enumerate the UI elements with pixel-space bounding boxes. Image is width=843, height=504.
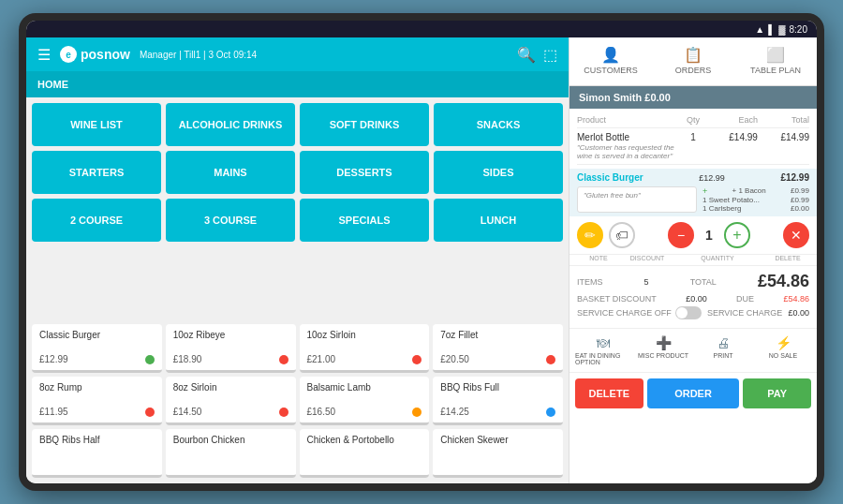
top-bar: ☰ e posnow Manager | Till1 | 3 Oct 09:14…	[26, 37, 569, 71]
eat-in-icon: 🍽	[597, 335, 610, 350]
misc-product-button[interactable]: ➕ MISC PRODUCT	[635, 333, 691, 368]
order-item-merlot[interactable]: Merlot Bottle "Customer has requested th…	[577, 128, 809, 165]
list-item[interactable]: Chicken & Portobello	[300, 429, 430, 478]
order-button[interactable]: ORDER	[647, 378, 740, 408]
no-sale-icon: ⚡	[776, 335, 791, 350]
2course-button[interactable]: 2 COURSE	[32, 199, 161, 242]
tab-bar: 👤 CUSTOMERS 📋 ORDERS ⬜ TABLE PLAN	[569, 37, 817, 86]
list-item[interactable]: 10oz Ribeye £18.90	[166, 324, 296, 373]
list-item[interactable]: BBQ Ribs Half	[32, 429, 162, 478]
status-dot	[412, 408, 422, 417]
starters-button[interactable]: STARTERS	[32, 151, 161, 194]
time-display: 8:20	[790, 24, 807, 35]
extra-item: 1 Carlsberg £0.00	[702, 204, 809, 213]
list-item[interactable]: Chicken Skewer	[433, 429, 563, 478]
status-dot	[279, 408, 288, 417]
right-panel: 👤 CUSTOMERS 📋 ORDERS ⬜ TABLE PLAN	[569, 37, 817, 483]
customer-name: Simon Smith £0.00	[579, 92, 671, 103]
home-nav[interactable]: HOME	[37, 79, 68, 90]
list-item[interactable]: BBQ Ribs Full £14.25	[433, 377, 563, 425]
order-header: Simon Smith £0.00	[569, 86, 817, 109]
totals-section: ITEMS 5 TOTAL £54.86 BASKET DISCOUNT £0.…	[569, 265, 817, 328]
order-table: Product Qty Each Total Merlot Bottle "Cu…	[569, 109, 817, 169]
items-grid: Classic Burger £12.99 10oz Ribeye £18.90	[26, 320, 569, 483]
grid-row-2: STARTERS MAINS DESSERTS SIDES	[32, 151, 563, 194]
discount-button[interactable]: 🏷	[609, 222, 635, 248]
mains-button[interactable]: MAINS	[166, 151, 295, 194]
status-dot	[279, 355, 288, 364]
extra-item: + + 1 Bacon £0.99	[702, 186, 809, 196]
battery-icon: ▓	[778, 24, 785, 35]
list-item[interactable]: 7oz Fillet £20.50	[433, 324, 563, 373]
wine-list-button[interactable]: WINE LIST	[32, 103, 161, 146]
bottom-actions: 🍽 EAT IN DINING OPTION ➕ MISC PRODUCT 🖨 …	[569, 328, 817, 373]
tab-orders[interactable]: 📋 ORDERS	[652, 37, 734, 85]
print-button[interactable]: 🖨 PRINT	[695, 333, 751, 368]
category-grid: WINE LIST ALCOHOLIC DRINKS SOFT DRINKS S…	[26, 97, 569, 320]
manager-info: Manager | Till1 | 3 Oct 09:14	[140, 50, 508, 60]
soft-drinks-button[interactable]: SOFT DRINKS	[300, 103, 429, 146]
service-charge-row: SERVICE CHARGE OFF SERVICE CHARGE £0.00	[577, 306, 809, 319]
no-sale-button[interactable]: ⚡ NO SALE	[755, 333, 811, 368]
alcoholic-drinks-button[interactable]: ALCOHOLIC DRINKS	[166, 103, 295, 146]
basket-discount-row: BASKET DISCOUNT £0.00 DUE £54.86	[577, 294, 809, 304]
list-item[interactable]: 8oz Sirloin £14.50	[166, 377, 296, 425]
status-dot	[546, 355, 555, 364]
left-panel: ☰ e posnow Manager | Till1 | 3 Oct 09:14…	[26, 37, 569, 483]
burger-header: Classic Burger £12.99 £12.99	[577, 172, 809, 183]
action-labels: NOTE DISCOUNT QUANTITY DELETE	[569, 255, 817, 265]
grid-row-3: 2 COURSE 3 COURSE SPECIALS LUNCH	[32, 199, 563, 242]
eat-in-button[interactable]: 🍽 EAT IN DINING OPTION	[575, 333, 631, 368]
print-icon: 🖨	[717, 335, 730, 350]
nav-bar: HOME	[26, 71, 569, 97]
burger-details: "Gluten free bun" + + 1 Bacon £0.99 1 Sw…	[577, 186, 809, 213]
list-item[interactable]: Classic Burger £12.99	[32, 324, 162, 373]
extra-item: 1 Sweet Potato... £0.99	[702, 196, 809, 204]
status-dot	[145, 355, 155, 364]
burger-section: Classic Burger £12.99 £12.99 "Gluten fre…	[569, 169, 817, 216]
status-dot	[145, 408, 155, 417]
burger-extras: + + 1 Bacon £0.99 1 Sweet Potato... £0.9…	[702, 186, 809, 213]
specials-button[interactable]: SPECIALS	[300, 199, 429, 242]
service-charge-toggle[interactable]: SERVICE CHARGE OFF	[577, 306, 702, 319]
decrease-qty-button[interactable]: −	[668, 222, 694, 248]
status-dot	[546, 408, 555, 417]
grid-row-1: WINE LIST ALCOHOLIC DRINKS SOFT DRINKS S…	[32, 103, 563, 146]
app-name: posnow	[81, 47, 130, 62]
customers-icon: 👤	[601, 46, 620, 64]
quantity-display: 1	[700, 228, 718, 243]
tab-table-plan[interactable]: ⬜ TABLE PLAN	[734, 37, 817, 85]
sides-button[interactable]: SIDES	[434, 151, 563, 194]
delete-button[interactable]: DELETE	[575, 378, 643, 408]
snacks-button[interactable]: SNACKS	[434, 103, 563, 146]
list-item[interactable]: Balsamic Lamb £16.50	[300, 377, 430, 425]
pay-button[interactable]: PAY	[743, 378, 811, 408]
delete-item-button[interactable]: ✕	[783, 222, 809, 248]
increase-qty-button[interactable]: +	[724, 222, 750, 248]
status-bar: ▲ ▌ ▓ 8:20	[26, 21, 817, 37]
toggle-switch-control[interactable]	[675, 306, 702, 319]
3course-button[interactable]: 3 COURSE	[166, 199, 295, 242]
misc-product-icon: ➕	[656, 335, 672, 350]
logo-circle: e	[60, 46, 77, 63]
list-item[interactable]: 8oz Rump £11.95	[32, 377, 162, 425]
signal-icon: ▌	[768, 24, 775, 35]
note-button[interactable]: ✏	[577, 222, 603, 248]
search-icon[interactable]: 🔍	[517, 46, 536, 64]
status-dot	[412, 355, 422, 364]
tab-customers[interactable]: 👤 CUSTOMERS	[569, 37, 652, 85]
toggle-knob	[676, 307, 688, 319]
final-buttons: DELETE ORDER PAY	[569, 373, 817, 414]
list-item[interactable]: Bourbon Chicken	[166, 429, 296, 478]
desserts-button[interactable]: DESSERTS	[300, 151, 429, 194]
list-item[interactable]: 10oz Sirloin £21.00	[300, 324, 430, 373]
menu-icon[interactable]: ☰	[37, 46, 51, 64]
app-logo: e posnow	[60, 46, 130, 63]
table-header: Product Qty Each Total	[577, 112, 809, 128]
wifi-icon: ▲	[755, 24, 764, 35]
items-total-row: ITEMS 5 TOTAL £54.86	[577, 272, 809, 291]
burger-note: "Gluten free bun"	[577, 186, 697, 213]
logout-icon[interactable]: ⬚	[543, 46, 557, 64]
table-plan-icon: ⬜	[766, 46, 785, 64]
lunch-button[interactable]: LUNCH	[434, 199, 563, 242]
